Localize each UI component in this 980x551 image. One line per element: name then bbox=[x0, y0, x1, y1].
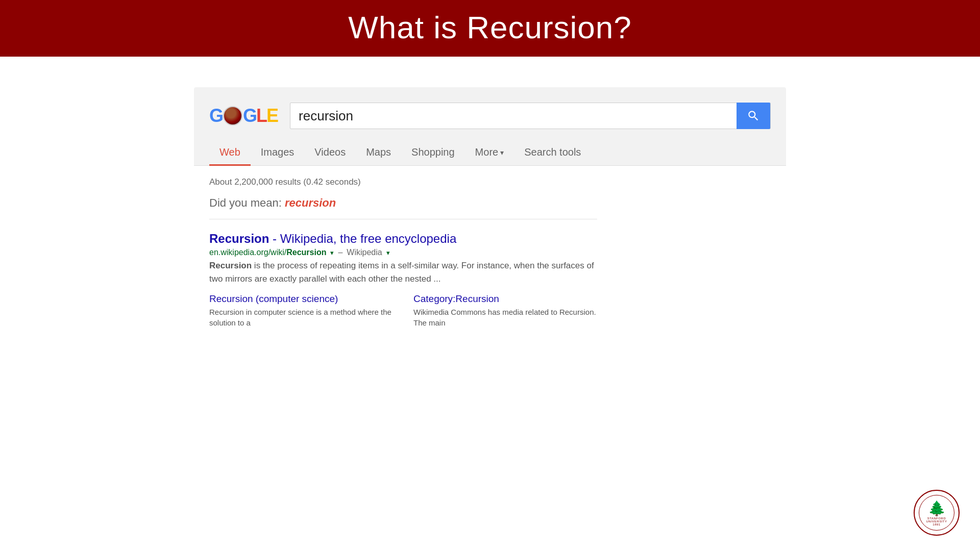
separator bbox=[209, 219, 597, 219]
result-description: Recursion is the process of repeating it… bbox=[209, 259, 597, 285]
dym-word[interactable]: recursion bbox=[285, 196, 336, 209]
result-title-main: Recursion bbox=[209, 232, 269, 245]
desc-bold: Recursion bbox=[209, 261, 252, 270]
logo-g2: G bbox=[243, 105, 256, 127]
results-count: About 2,200,000 results (0.42 seconds) bbox=[209, 177, 771, 187]
result-url-row: en.wikipedia.org/wiki/Recursion ▾ – Wiki… bbox=[209, 248, 597, 257]
logo-g: G bbox=[209, 105, 223, 127]
result-url: en.wikipedia.org/wiki/Recursion bbox=[209, 248, 326, 257]
stanford-seal: 🌲 STANFORDUNIVERSITY1891 bbox=[914, 490, 960, 536]
did-you-mean: Did you mean: recursion bbox=[209, 196, 771, 210]
results-area: About 2,200,000 results (0.42 seconds) D… bbox=[194, 177, 786, 328]
url-dropdown-icon[interactable]: ▾ bbox=[330, 249, 334, 257]
tab-shopping[interactable]: Shopping bbox=[401, 139, 465, 166]
tab-images[interactable]: Images bbox=[251, 139, 305, 166]
sub-link-item-1: Category:Recursion Wikimedia Commons has… bbox=[413, 293, 597, 328]
tab-search-tools[interactable]: Search tools bbox=[514, 139, 591, 166]
tab-maps[interactable]: Maps bbox=[356, 139, 401, 166]
sub-link-title-1[interactable]: Category:Recursion bbox=[413, 293, 499, 304]
seal-inner-circle: 🌲 STANFORDUNIVERSITY1891 bbox=[919, 495, 954, 531]
page-header: What is Recursion? bbox=[0, 0, 980, 57]
google-search-area: GGLE recursion bbox=[194, 87, 786, 139]
dym-label: Did you mean: bbox=[209, 196, 285, 209]
google-logo: GGLE bbox=[209, 105, 278, 127]
result-url-base: en.wikipedia.org/wiki/ bbox=[209, 248, 286, 257]
wiki-dropdown-icon[interactable]: ▾ bbox=[386, 249, 390, 257]
tab-videos[interactable]: Videos bbox=[304, 139, 356, 166]
search-bar-row: GGLE recursion bbox=[209, 103, 771, 139]
result-url-bold: Recursion bbox=[286, 248, 326, 257]
result-title-link[interactable]: Recursion - Wikipedia, the free encyclop… bbox=[209, 232, 456, 245]
tab-web[interactable]: Web bbox=[209, 139, 251, 166]
search-button[interactable] bbox=[737, 103, 770, 129]
result-title-rest: - Wikipedia, the free encyclopedia bbox=[269, 232, 456, 245]
logo-avatar bbox=[223, 106, 242, 126]
sub-link-title-0[interactable]: Recursion (computer science) bbox=[209, 293, 338, 304]
wiki-name: Wikipedia bbox=[347, 248, 382, 257]
sub-link-desc-0: Recursion in computer science is a metho… bbox=[209, 307, 393, 328]
sub-link-item-0: Recursion (computer science) Recursion i… bbox=[209, 293, 393, 328]
more-chevron-icon: ▾ bbox=[500, 148, 504, 157]
page-title: What is Recursion? bbox=[0, 9, 980, 45]
result-title-row: Recursion - Wikipedia, the free encyclop… bbox=[209, 232, 597, 246]
wiki-label: – bbox=[338, 248, 342, 257]
desc-rest: is the process of repeating items in a s… bbox=[209, 261, 594, 284]
sub-link-desc-1: Wikimedia Commons has media related to R… bbox=[413, 307, 597, 328]
seal-text: STANFORDUNIVERSITY1891 bbox=[926, 517, 947, 526]
search-icon bbox=[747, 109, 760, 122]
search-input[interactable]: recursion bbox=[290, 108, 737, 124]
tab-more[interactable]: More ▾ bbox=[465, 139, 514, 166]
seal-tree-icon: 🌲 bbox=[928, 500, 946, 517]
search-input-wrapper: recursion bbox=[290, 103, 771, 129]
logo-l: L bbox=[256, 105, 266, 127]
sub-links: Recursion (computer science) Recursion i… bbox=[209, 293, 597, 328]
result-item: Recursion - Wikipedia, the free encyclop… bbox=[209, 232, 597, 328]
nav-tabs: Web Images Videos Maps Shopping More ▾ S… bbox=[194, 139, 786, 166]
seal-outer-circle: 🌲 STANFORDUNIVERSITY1891 bbox=[914, 490, 960, 536]
logo-e: E bbox=[266, 105, 278, 127]
